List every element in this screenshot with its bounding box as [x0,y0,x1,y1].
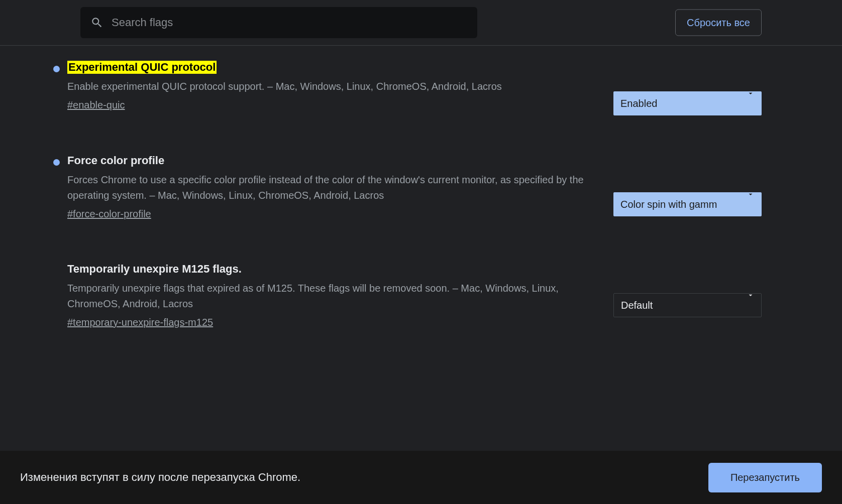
modified-dot-icon [53,159,60,166]
flag-select-wrap: Color spin with gamm [613,172,762,216]
flag-select-wrap: Default [613,273,762,317]
flag-select[interactable]: Color spin with gamm [613,192,762,216]
restart-message: Изменения вступят в силу после перезапус… [20,471,300,484]
restart-bar: Изменения вступят в силу после перезапус… [0,451,842,504]
flag-info: Experimental QUIC protocol Enable experi… [50,61,613,111]
flag-item: Temporarily unexpire M125 flags. Tempora… [50,263,762,328]
flag-item: Experimental QUIC protocol Enable experi… [50,61,762,126]
flag-title: Force color profile [67,154,164,167]
search-input[interactable] [112,16,467,29]
flag-hash-link[interactable]: #enable-quic [67,99,125,111]
search-icon [90,16,103,29]
flags-list: Experimental QUIC protocol Enable experi… [0,46,842,328]
flag-info: Force color profile Forces Chrome to use… [50,154,613,220]
flag-hash-link[interactable]: #force-color-profile [67,208,151,220]
flag-select-wrap: Enabled [613,71,762,115]
flag-select[interactable]: Enabled [613,91,762,115]
flag-description: Forces Chrome to use a specific color pr… [67,172,585,203]
modified-dot-icon [53,66,60,72]
flag-item: Force color profile Forces Chrome to use… [50,154,762,234]
flag-title: Experimental QUIC protocol [67,61,217,74]
flag-title: Temporarily unexpire M125 flags. [67,263,242,276]
flag-info: Temporarily unexpire M125 flags. Tempora… [50,263,613,328]
reset-all-button[interactable]: Сбросить все [675,10,762,36]
header-bar: Сбросить все [0,0,842,46]
flag-description: Enable experimental QUIC protocol suppor… [67,79,585,94]
search-container [80,7,477,38]
flag-select[interactable]: Default [613,293,762,317]
restart-button[interactable]: Перезапустить [708,463,822,492]
flag-description: Temporarily unexpire flags that expired … [67,281,585,312]
flag-hash-link[interactable]: #temporary-unexpire-flags-m125 [67,317,213,328]
